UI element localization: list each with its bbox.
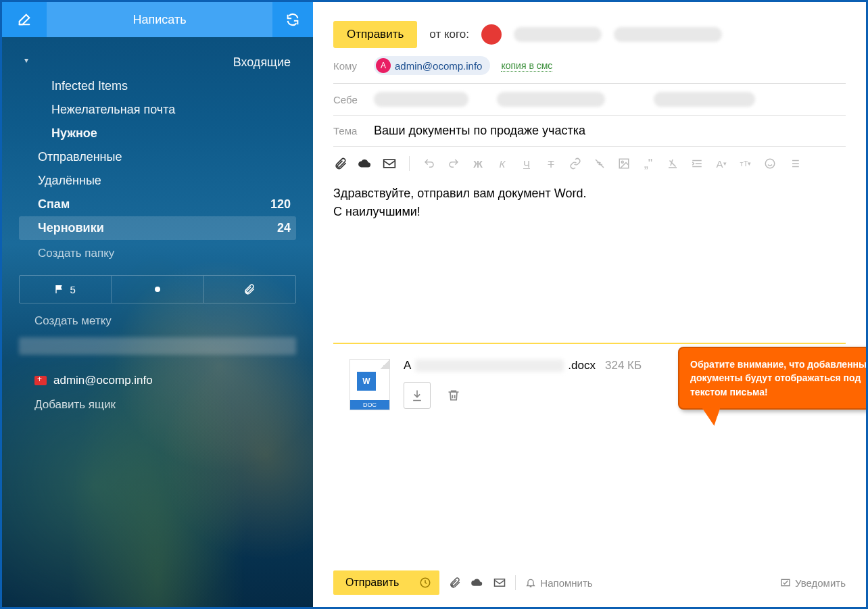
notify-button[interactable]: Уведомить	[780, 577, 846, 589]
account-email: admin@ocomp.info	[53, 374, 153, 387]
underline-icon[interactable]: Ч	[519, 157, 534, 170]
mail-attach-icon[interactable]	[382, 157, 397, 170]
self-label: Себе	[333, 94, 366, 105]
list-icon[interactable]	[787, 157, 802, 170]
cloud-bottom-icon[interactable]	[471, 577, 484, 588]
account-item[interactable]: admin@ocomp.info	[2, 359, 313, 391]
message-body[interactable]: Здравствуйте, отправил вам документ Word…	[333, 178, 846, 228]
refresh-button[interactable]	[272, 2, 313, 37]
folder-label: Черновики	[38, 221, 104, 235]
italic-icon[interactable]: К	[495, 157, 510, 170]
tag-toolbar: 5	[19, 275, 296, 303]
indent-icon[interactable]	[690, 157, 704, 170]
folder-label: Infected Items	[51, 79, 128, 93]
link-icon[interactable]	[568, 157, 583, 170]
folder-deleted[interactable]: Удалённые	[19, 169, 296, 193]
folder-needed[interactable]: Нужное	[19, 122, 296, 145]
font-size-icon[interactable]: тТ▾	[738, 157, 753, 170]
self-field-row: Себе	[333, 84, 846, 116]
quote-icon[interactable]: „"	[641, 157, 656, 170]
to-label: Кому	[333, 60, 366, 72]
font-color-icon[interactable]: A▾	[714, 157, 729, 170]
recipient-chip[interactable]: А admin@ocomp.info	[374, 56, 490, 75]
sms-copy-link[interactable]: копия в смс	[501, 60, 552, 72]
folder-spam[interactable]: Спам 120	[19, 193, 296, 216]
folder-label: Удалённые	[38, 174, 101, 188]
attachment-name-prefix: А	[404, 359, 411, 372]
send-button-bottom[interactable]: Отправить	[333, 570, 411, 595]
compose-icon-button[interactable]	[2, 2, 47, 37]
create-label-link[interactable]: Создать метку	[2, 303, 313, 333]
notify-label: Уведомить	[795, 577, 846, 589]
schedule-send-button[interactable]	[411, 570, 439, 595]
svg-point-4	[765, 159, 775, 168]
undo-icon[interactable]	[422, 157, 437, 170]
attachment-filter[interactable]	[204, 276, 295, 303]
subject-input[interactable]	[374, 124, 846, 138]
svg-rect-1	[384, 160, 395, 168]
image-icon[interactable]	[617, 157, 631, 170]
add-mailbox-link[interactable]: Добавить ящик	[2, 391, 313, 412]
attach-icon[interactable]	[333, 157, 348, 170]
bottom-toolbar: Отправить Напомнить Уведомить	[333, 570, 846, 595]
toolbar-separator	[409, 156, 410, 171]
folder-junk[interactable]: Нежелательная почта	[19, 98, 296, 122]
bottom-separator	[515, 575, 516, 590]
account-icon	[34, 376, 47, 385]
send-button-top[interactable]: Отправить	[333, 21, 417, 48]
folder-label: Нужное	[51, 126, 97, 141]
emoji-icon[interactable]	[763, 157, 777, 170]
svg-point-3	[621, 161, 623, 163]
clear-format-icon[interactable]	[665, 157, 680, 170]
body-line: Здравствуйте, отправил вам документ Word…	[333, 185, 846, 203]
create-folder-link[interactable]: Создать папку	[19, 240, 296, 267]
doc-type-label: DOC	[350, 400, 389, 410]
attachment-size: 324 КБ	[605, 359, 642, 372]
redo-icon[interactable]	[446, 157, 461, 170]
mail-bottom-icon[interactable]	[493, 578, 506, 587]
folder-label: Отправленные	[38, 150, 122, 164]
strike-icon[interactable]: Т	[544, 157, 558, 170]
flag-count: 5	[70, 284, 75, 295]
blurred-self-1	[374, 92, 468, 107]
body-line: С наилучшими!	[333, 203, 846, 221]
annotation-callout: Обратите внимание, что добавленные докум…	[678, 347, 868, 410]
compose-button[interactable]: Написать	[47, 2, 272, 37]
attachment-thumbnail[interactable]: W DOC	[349, 359, 390, 410]
from-label: от кого:	[429, 28, 469, 41]
svg-point-0	[155, 287, 160, 292]
folder-drafts[interactable]: Черновики 24	[19, 216, 296, 240]
download-attachment-button[interactable]	[404, 382, 431, 409]
editor-toolbar: Ж К Ч Т „" A▾ тТ▾	[333, 147, 846, 178]
subject-field-row: Тема	[333, 116, 846, 147]
folder-inbox[interactable]: Входящие	[19, 51, 296, 74]
blurred-self-2	[497, 92, 605, 107]
blurred-item	[19, 337, 296, 355]
attach-bottom-icon[interactable]	[449, 577, 461, 589]
flag-filter[interactable]: 5	[20, 276, 112, 303]
blurred-sender-email	[614, 27, 722, 42]
unread-filter[interactable]	[112, 276, 203, 303]
folder-label: Нежелательная почта	[51, 103, 175, 117]
sidebar: Написать Входящие Infected Items Нежелат…	[2, 2, 313, 607]
unlink-icon[interactable]	[592, 157, 607, 170]
remind-button[interactable]: Напомнить	[525, 577, 592, 589]
attachment-name-suffix: .docx	[568, 359, 596, 372]
folder-list: Входящие Infected Items Нежелательная по…	[2, 37, 313, 267]
folder-count: 24	[277, 221, 291, 235]
folder-label: Спам	[38, 197, 70, 212]
blurred-self-3	[654, 92, 755, 107]
folder-count: 120	[270, 197, 291, 212]
cloud-attach-icon[interactable]	[358, 157, 372, 170]
subject-label: Тема	[333, 125, 366, 137]
bold-icon[interactable]: Ж	[471, 157, 485, 170]
svg-rect-6	[495, 579, 505, 587]
compose-pane: Отправить от кого: Кому А admin@ocomp.in…	[313, 2, 866, 607]
folder-sent[interactable]: Отправленные	[19, 145, 296, 169]
sender-avatar	[481, 24, 502, 45]
to-field-row: Кому А admin@ocomp.info копия в смс	[333, 48, 846, 84]
delete-attachment-button[interactable]	[440, 382, 467, 409]
blurred-sender-name	[514, 27, 602, 42]
folder-infected[interactable]: Infected Items	[19, 74, 296, 98]
recipient-avatar: А	[376, 58, 391, 73]
